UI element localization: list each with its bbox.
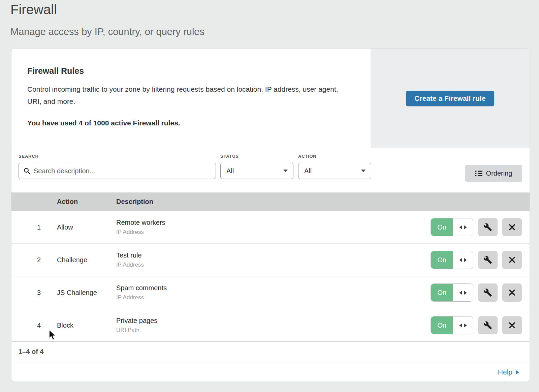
rule-description: Test rule — [116, 251, 422, 259]
rule-enabled-toggle[interactable]: On — [431, 316, 473, 334]
firewall-rules-card: Firewall Rules Control incoming traffic … — [11, 48, 530, 382]
rule-priority: 3 — [11, 289, 57, 297]
rule-enabled-toggle[interactable]: On — [431, 251, 473, 269]
close-icon — [508, 289, 516, 296]
status-label: STATUS — [220, 154, 239, 159]
filters-bar: SEARCH STATUS ACTION All All — [11, 148, 530, 192]
rule-match-type: IP Address — [116, 262, 422, 268]
rule-priority: 2 — [11, 256, 57, 264]
search-icon — [24, 168, 30, 174]
table-row: 1 Allow Remote workers IP Address On — [11, 211, 530, 243]
section-heading: Firewall Rules — [27, 66, 350, 76]
pagination-range: 1–4 of 4 — [19, 348, 43, 356]
toggle-handle[interactable] — [453, 284, 473, 301]
ordering-button-label: Ordering — [486, 170, 512, 177]
status-select[interactable]: All — [220, 163, 293, 179]
rule-description: Private pages — [116, 317, 422, 325]
wrench-icon — [483, 288, 492, 297]
delete-rule-button[interactable] — [502, 251, 522, 269]
left-right-arrows-icon — [459, 291, 467, 295]
left-right-arrows-icon — [459, 323, 467, 328]
rule-enabled-toggle[interactable]: On — [431, 218, 473, 236]
delete-rule-button[interactable] — [502, 316, 522, 334]
action-select[interactable]: All — [298, 163, 371, 179]
action-column-header: Action — [57, 198, 116, 206]
search-box — [19, 163, 216, 179]
close-icon — [508, 223, 516, 231]
chevron-down-icon — [283, 170, 288, 172]
search-input[interactable] — [34, 167, 211, 175]
toggle-handle[interactable] — [453, 251, 473, 269]
edit-rule-button[interactable] — [478, 316, 498, 334]
wrench-icon — [483, 255, 492, 264]
overview-text-panel: Firewall Rules Control incoming traffic … — [11, 49, 371, 148]
rule-description: Remote workers — [116, 219, 422, 227]
toggle-on-label: On — [431, 284, 453, 301]
section-description: Control incoming traffic to your zone by… — [27, 83, 347, 108]
rule-enabled-toggle[interactable]: On — [431, 283, 473, 302]
action-select-value: All — [304, 167, 312, 175]
search-label: SEARCH — [19, 154, 39, 159]
page-title: Firewall — [10, 2, 57, 17]
chevron-down-icon — [361, 170, 366, 172]
help-link[interactable]: Help — [498, 368, 519, 376]
toggle-handle[interactable] — [453, 316, 473, 334]
create-rule-panel: Create a Firewall rule — [371, 49, 530, 148]
rule-priority: 4 — [11, 322, 57, 329]
usage-summary: You have used 4 of 1000 active Firewall … — [27, 119, 350, 127]
table-header: Action Description — [11, 192, 530, 211]
rule-match-type: IP Address — [116, 294, 422, 301]
toggle-on-label: On — [431, 251, 453, 269]
ordered-list-icon — [475, 171, 482, 176]
toggle-on-label: On — [431, 218, 453, 236]
table-row: 2 Challenge Test rule IP Address On — [11, 243, 530, 276]
close-icon — [508, 322, 516, 329]
description-column-header: Description — [116, 198, 422, 206]
table-row: 3 JS Challenge Spam comments IP Address … — [11, 276, 530, 309]
pagination-bar: 1–4 of 4 — [11, 341, 530, 362]
overview-section: Firewall Rules Control incoming traffic … — [11, 49, 530, 148]
left-right-arrows-icon — [459, 225, 467, 230]
rule-action: Allow — [57, 223, 116, 231]
rule-match-type: URI Path — [116, 327, 422, 334]
rule-action: Block — [57, 322, 116, 329]
edit-rule-button[interactable] — [478, 218, 498, 236]
edit-rule-button[interactable] — [478, 283, 498, 302]
arrow-right-icon — [516, 370, 519, 374]
toggle-handle[interactable] — [453, 218, 473, 236]
rule-priority: 1 — [11, 223, 57, 231]
close-icon — [508, 256, 516, 264]
wrench-icon — [483, 321, 492, 330]
rule-description: Spam comments — [116, 284, 422, 292]
rule-match-type: IP Address — [116, 229, 422, 236]
ordering-button[interactable]: Ordering — [465, 165, 522, 182]
page-subtitle: Manage access by IP, country, or query r… — [10, 26, 204, 37]
toggle-on-label: On — [431, 316, 453, 334]
action-label: ACTION — [298, 154, 317, 159]
delete-rule-button[interactable] — [502, 218, 522, 236]
create-firewall-rule-button[interactable]: Create a Firewall rule — [406, 91, 494, 106]
rule-action: JS Challenge — [57, 289, 116, 297]
wrench-icon — [483, 223, 492, 232]
rule-action: Challenge — [57, 256, 116, 264]
help-bar: Help — [11, 362, 530, 382]
delete-rule-button[interactable] — [502, 283, 522, 302]
left-right-arrows-icon — [459, 258, 467, 262]
edit-rule-button[interactable] — [478, 251, 498, 269]
status-select-value: All — [226, 167, 234, 175]
table-row: 4 Block Private pages URI Path On — [11, 309, 530, 341]
help-link-label: Help — [498, 368, 512, 376]
